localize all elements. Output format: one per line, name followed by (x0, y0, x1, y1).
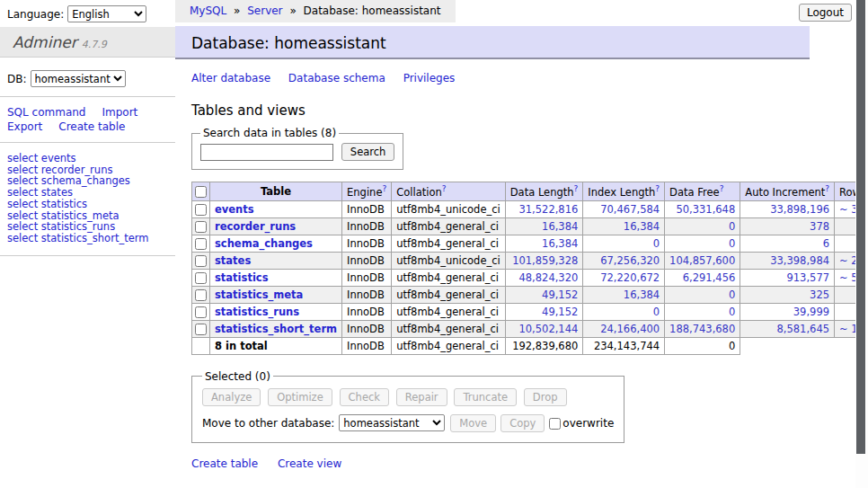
engine-cell: InnoDB (342, 200, 392, 217)
column-header-data-length: Data Length? (505, 182, 583, 201)
sidebar-item-select-states[interactable]: select states (7, 187, 175, 199)
table-name-link[interactable]: statistics_runs (215, 306, 299, 318)
row-checkbox[interactable] (195, 238, 207, 250)
select-all-checkbox[interactable] (195, 186, 207, 198)
collation-cell: utf8mb4_unicode_ci (392, 200, 506, 217)
alter-database-link[interactable]: Alter database (191, 72, 270, 84)
create-table-link[interactable]: Create table (191, 457, 258, 470)
optimize-button[interactable]: Optimize (268, 388, 332, 406)
app-version: 4.7.9 (82, 39, 107, 50)
data-free-cell: 6,291,456 (665, 269, 740, 286)
repair-button[interactable]: Repair (396, 388, 447, 406)
index-length-cell: 0 (583, 303, 665, 320)
create-view-link[interactable]: Create view (278, 457, 341, 470)
copy-button[interactable]: Copy (500, 414, 545, 432)
table-name-link[interactable]: events (215, 203, 254, 216)
help-link[interactable]: ? (825, 184, 829, 193)
column-header-auto-increment: Auto Increment? (740, 182, 835, 201)
row-checkbox[interactable] (195, 221, 207, 233)
row-checkbox[interactable] (195, 255, 207, 267)
page-title: Database: homeassistant (175, 26, 810, 59)
help-link[interactable]: ? (382, 184, 386, 193)
db-select[interactable]: homeassistant (31, 70, 126, 87)
data-length-cell: 31,522,816 (505, 200, 583, 217)
data-length-cell: 49,152 (505, 286, 583, 303)
overwrite-checkbox[interactable] (549, 418, 561, 430)
sidebar-item-create-table[interactable]: Create table (58, 120, 125, 133)
move-database-select[interactable]: homeassistant (339, 414, 445, 431)
database-schema-link[interactable]: Database schema (288, 72, 385, 84)
table-row: statistics_meta InnoDB utf8mb4_general_c… (192, 286, 868, 303)
table-header-row: Table Engine? Collation? Data Length? In… (192, 182, 868, 201)
breadcrumb-separator: » (289, 4, 296, 17)
table-name-link[interactable]: schema_changes (215, 237, 313, 250)
scrollbar[interactable] (855, 0, 868, 488)
breadcrumb-mysql-link[interactable]: MySQL (190, 4, 226, 17)
search-fieldset: Search data in tables (8) Search (191, 127, 403, 170)
sidebar-item-import[interactable]: Import (102, 106, 137, 119)
index-length-cell: 16,384 (583, 217, 665, 235)
table-name-link[interactable]: statistics_short_term (215, 323, 337, 335)
engine-cell: InnoDB (342, 337, 392, 354)
row-checkbox[interactable] (195, 324, 207, 335)
auto-increment-cell: 8,581,645 (740, 320, 835, 337)
table-name-link[interactable]: statistics_meta (215, 288, 303, 301)
data-free-cell: 0 (665, 235, 740, 252)
table-row: recorder_runs InnoDB utf8mb4_general_ci … (192, 217, 868, 235)
table-name-link[interactable]: statistics (215, 271, 269, 284)
auto-increment-cell: 6 (740, 235, 835, 252)
data-length-cell: 101,859,328 (505, 252, 583, 269)
sidebar-item-export[interactable]: Export (7, 120, 42, 133)
collation-cell: utf8mb4_unicode_ci (392, 252, 506, 269)
collation-cell: utf8mb4_general_ci (392, 337, 506, 354)
table-name-link[interactable]: states (215, 254, 251, 267)
data-free-cell: 104,857,600 (665, 252, 740, 269)
tables-and-views-heading: Tables and views (191, 102, 810, 119)
app-name: Adminer (13, 33, 77, 51)
check-button[interactable]: Check (340, 388, 389, 406)
move-database-label: Move to other database: (202, 417, 334, 430)
help-link[interactable]: ? (442, 184, 447, 193)
privileges-link[interactable]: Privileges (403, 72, 456, 84)
sidebar-menu: SQL commandImport ExportCreate table (0, 97, 175, 143)
index-length-cell: 70,467,584 (583, 200, 665, 217)
help-link[interactable]: ? (720, 184, 724, 193)
overwrite-label: overwrite (562, 417, 614, 430)
help-link[interactable]: ? (574, 184, 579, 193)
row-checkbox[interactable] (195, 204, 207, 216)
table-total-row: 8 in total InnoDB utf8mb4_general_ci 192… (192, 337, 868, 354)
column-header-engine: Engine? (342, 182, 392, 201)
search-input[interactable] (200, 144, 333, 161)
table-row: statistics_short_term InnoDB utf8mb4_gen… (192, 320, 868, 337)
table-row: events InnoDB utf8mb4_unicode_ci 31,522,… (192, 200, 868, 217)
total-label: 8 in total (210, 337, 342, 354)
engine-cell: InnoDB (342, 252, 392, 269)
logout-button[interactable]: Logout (799, 4, 852, 22)
sidebar-item-select-statistics[interactable]: select statistics (7, 199, 175, 210)
breadcrumb-server-link[interactable]: Server (247, 4, 282, 17)
row-checkbox[interactable] (195, 306, 207, 318)
help-link[interactable]: ? (655, 184, 660, 193)
engine-cell: InnoDB (342, 303, 392, 320)
row-checkbox[interactable] (195, 272, 207, 284)
language-select[interactable]: English (67, 5, 146, 22)
language-row: Language:English (0, 0, 175, 27)
analyze-button[interactable]: Analyze (202, 388, 261, 406)
engine-cell: InnoDB (342, 269, 392, 286)
data-free-cell: 0 (665, 217, 740, 235)
row-checkbox[interactable] (195, 289, 207, 301)
engine-cell: InnoDB (342, 217, 392, 235)
sidebar-item-select-events[interactable]: select events (7, 153, 175, 164)
engine-cell: InnoDB (342, 235, 392, 252)
sidebar-item-select-statistics-short-term[interactable]: select statistics_short_term (7, 233, 175, 244)
db-selector-row: DB:homeassistant (0, 58, 175, 97)
auto-increment-cell: 33,398,984 (740, 252, 835, 269)
data-length-cell: 49,152 (505, 303, 583, 320)
search-button[interactable]: Search (341, 143, 395, 161)
sidebar-item-sql-command[interactable]: SQL command (7, 106, 85, 119)
scrollbar-thumb[interactable] (856, 0, 865, 454)
move-button[interactable]: Move (450, 414, 496, 432)
table-name-link[interactable]: recorder_runs (215, 220, 296, 233)
drop-button[interactable]: Drop (524, 388, 567, 406)
truncate-button[interactable]: Truncate (454, 388, 517, 406)
